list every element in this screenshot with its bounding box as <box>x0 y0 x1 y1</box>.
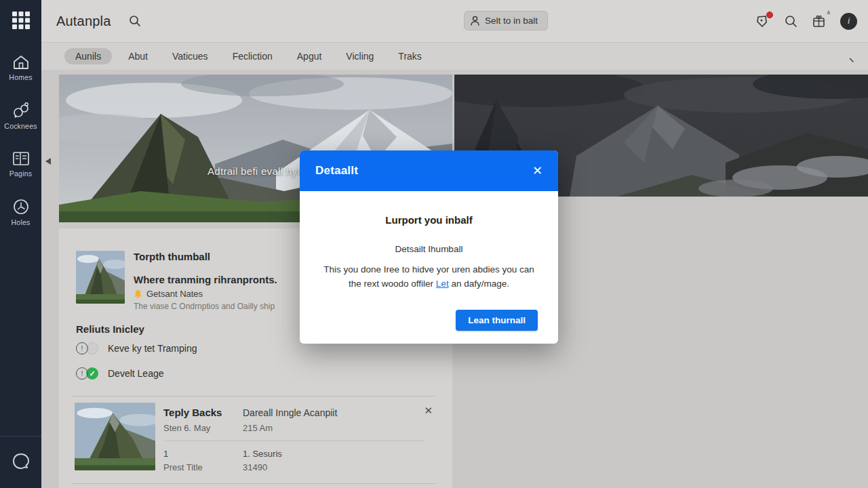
tab-vicling[interactable]: Vicling <box>338 48 382 64</box>
card2-title: Teply Backs <box>163 401 243 418</box>
bell-icon <box>134 289 142 299</box>
modal-paragraph-line2-post: an dafy/mage. <box>449 279 509 289</box>
pages-icon <box>12 150 31 167</box>
card2-sesuris: 1. Sesuris <box>243 441 282 459</box>
person-icon <box>470 16 480 26</box>
account-pill-label: Selt to in balt <box>485 16 538 26</box>
sidebar-item-label: Pagins <box>9 169 32 178</box>
checklist-item-1[interactable]: ! Keve ky tet Tramping <box>76 342 197 354</box>
tab-vaticues[interactable]: Vaticues <box>164 48 216 64</box>
tab-traks[interactable]: Traks <box>390 48 429 64</box>
notification-badge <box>766 12 773 18</box>
app-title: Autanpla <box>56 14 111 29</box>
screen: Homes Cocknees <box>0 0 868 488</box>
rewards-icon[interactable] <box>755 14 770 28</box>
checklist-item-label: Develt Leage <box>108 368 164 379</box>
modal-paragraph: This you done Iree to hidve yor uren abd… <box>319 263 539 291</box>
set-to-in-balt-button[interactable]: Selt to in balt <box>464 11 548 30</box>
tab-bar: Aunils Abut Vaticues Fecliction Apgut Vi… <box>41 42 868 70</box>
community-icon <box>12 102 31 119</box>
info-circle-icon: ! <box>76 342 88 354</box>
tab-fecliction[interactable]: Fecliction <box>224 48 281 64</box>
divider <box>71 396 436 396</box>
thumbnail-card: Torpth thumball Where tranming rihranpro… <box>76 251 277 311</box>
card2-count: 1 <box>163 441 243 459</box>
chat-bubble-icon[interactable] <box>11 451 31 474</box>
checklist-item-label: Keve ky tet Tramping <box>108 343 197 354</box>
gift-badge: ä <box>827 9 830 16</box>
checklist-heading: Reliuts Inicley <box>76 323 144 335</box>
sidebar-divider <box>0 436 41 436</box>
tab-abut[interactable]: Abut <box>120 48 156 64</box>
card1-description: The viase C Ondrnptios and Oailly ship <box>134 302 277 311</box>
card2-time: 215 Am <box>243 418 273 433</box>
card-thumbnail-image[interactable] <box>76 251 125 304</box>
modal-close-icon[interactable]: ✕ <box>532 165 542 177</box>
wheel-icon <box>12 198 30 216</box>
home-icon <box>12 54 30 70</box>
avatar[interactable]: i <box>840 13 857 30</box>
checklist-item-2[interactable]: ! ✓ Develt Leage <box>76 367 164 380</box>
gift-icon[interactable]: ä <box>812 14 825 28</box>
sidebar-item-label: Holes <box>12 218 31 226</box>
modal-header: Detaallt ✕ <box>300 150 558 191</box>
hero-caption: Adtrail befi evall hyfr <box>208 165 304 177</box>
sidebar: Homes Cocknees <box>0 0 41 488</box>
grid-icon <box>12 11 31 30</box>
lean-thurnall-button[interactable]: Lean thurnall <box>456 310 538 331</box>
modal-subheading: Detsailt Ihumball <box>319 244 539 254</box>
modal-link[interactable]: Let <box>436 279 449 289</box>
sidebar-item-homes[interactable]: Homes <box>0 54 41 81</box>
sidebar-item-label: Cocknees <box>4 122 37 130</box>
card1-title: Torpth thumball <box>134 251 277 262</box>
card2-number: 31490 <box>243 459 267 472</box>
info-circle-icon: ! <box>76 367 88 380</box>
top-header: Autanpla Selt to in balt <box>41 0 868 42</box>
avatar-glyph: i <box>848 16 850 26</box>
sidebar-nav: Homes Cocknees <box>0 54 41 226</box>
sidebar-item-holes[interactable]: Holes <box>0 198 41 226</box>
apps-grid-icon[interactable] <box>12 11 31 30</box>
card2-grid: Teply Backs Dareall Inngle Acanpiit Sten… <box>163 401 435 472</box>
note-label: Getsant Nates <box>146 289 203 299</box>
sidebar-item-pagins[interactable]: Pagins <box>0 150 41 178</box>
detail-modal: Detaallt ✕ Lurport you inbalf Detsailt I… <box>300 150 558 344</box>
sidebar-item-label: Homes <box>9 73 32 81</box>
card2-date: Sten 6. May <box>163 418 243 433</box>
tab-aunils[interactable]: Aunils <box>64 48 112 64</box>
card1-text: Torpth thumball Where tranming rihranpro… <box>134 251 277 311</box>
sidebar-footer <box>0 436 41 488</box>
divider <box>71 483 436 484</box>
modal-title: Detaallt <box>315 164 358 178</box>
modal-heading: Lurport you inbalf <box>319 214 539 226</box>
card2-subtitle: Dareall Inngle Acanpiit <box>243 401 337 418</box>
tab-apgut[interactable]: Apgut <box>289 48 330 64</box>
modal-body: Lurport you inbalf Detsailt Ihumball Thi… <box>300 191 558 291</box>
modal-paragraph-line2-pre: the rext woodo offiler <box>349 279 436 289</box>
sidebar-item-cocknees[interactable]: Cocknees <box>0 102 41 130</box>
search-icon[interactable] <box>785 15 797 28</box>
modal-paragraph-line1: This you done Iree to hidve yor uren abd… <box>323 264 534 274</box>
tabbar-search-icon[interactable] <box>842 50 854 63</box>
note-row: Getsant Nates <box>134 289 277 299</box>
header-search-icon[interactable] <box>129 15 141 27</box>
card1-subtitle: Where tranming rihranpronts. <box>134 274 277 285</box>
modal-actions: Lean thurnall <box>456 310 538 331</box>
header-actions: ä i <box>755 0 857 42</box>
sidebar-collapse-arrow[interactable] <box>45 158 51 165</box>
card2-thumbnail-image[interactable] <box>75 403 155 470</box>
card2-prest-title: Prest Title <box>163 459 243 472</box>
